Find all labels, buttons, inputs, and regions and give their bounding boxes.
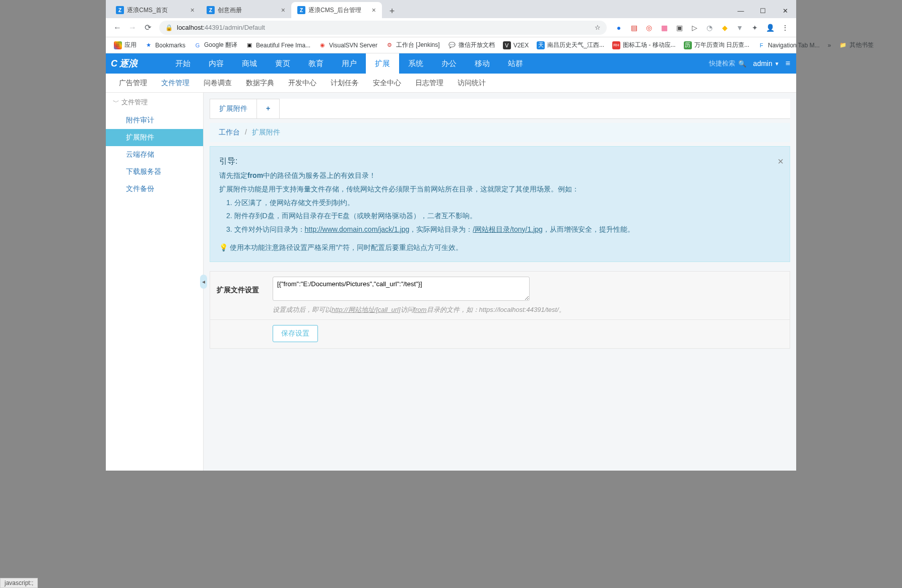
address-bar[interactable]: 🔒 localhost:44391/admin/Default ☆ [159, 21, 607, 35]
new-tab-button[interactable]: + [385, 4, 399, 18]
main-panel: 扩展附件 + 工作台 / 扩展附件 × 引导: 请先指定from中的路径值为服务… [204, 93, 796, 471]
ext-icon[interactable]: ◆ [718, 21, 732, 35]
subnav-ad[interactable]: 广告管理 [112, 79, 154, 88]
subnav-task[interactable]: 计划任务 [324, 79, 366, 88]
app-body: ﹀ 文件管理 附件审计 扩展附件 云端存储 下载服务器 文件备份 ◂ 扩展附件 … [106, 93, 796, 471]
ext-icon[interactable]: ▼ [733, 21, 747, 35]
apps-shortcut[interactable]: ⠿应用 [110, 39, 141, 52]
back-button[interactable]: ← [110, 20, 125, 35]
sidebar-item-backup[interactable]: 文件备份 [106, 180, 203, 198]
close-icon[interactable]: × [281, 6, 285, 14]
star-icon[interactable]: ☆ [595, 24, 601, 31]
subnav-log[interactable]: 日志管理 [408, 79, 450, 88]
favicon-icon: Z [297, 6, 305, 14]
puzzle-icon[interactable]: ✦ [748, 21, 762, 35]
browser-tab-active[interactable]: Z 逐浪CMS_后台管理 × [291, 2, 382, 18]
tab-add-button[interactable]: + [256, 99, 280, 118]
sidebar-collapse-button[interactable]: ◂ [200, 275, 207, 289]
browser-tab[interactable]: Z 创意画册 × [201, 2, 291, 18]
ext-icon[interactable]: ▷ [687, 21, 701, 35]
subnav-file[interactable]: 文件管理 [154, 79, 197, 88]
ext-icon[interactable]: ◔ [702, 21, 717, 35]
menu-icon[interactable]: ⋮ [778, 21, 792, 35]
ext-file-config-input[interactable] [273, 277, 530, 301]
ext-icon[interactable]: ▤ [627, 21, 641, 35]
bookmark-item[interactable]: ⚙工作台 [Jenkins] [381, 39, 444, 52]
browser-tabstrip: Z 逐浪CMS_首页 × Z 创意画册 × Z 逐浪CMS_后台管理 × + —… [106, 0, 796, 18]
bookmark-item[interactable]: VV2EX [499, 39, 533, 52]
bookmark-icon: F [757, 41, 765, 49]
alert-link[interactable]: http://www.domain.com/jack/1.jpg [305, 225, 410, 233]
crumb-home[interactable]: 工作台 [219, 128, 240, 136]
nav-yellow[interactable]: 黄页 [266, 53, 299, 74]
star-icon: ★ [145, 41, 153, 49]
sub-nav: 广告管理 文件管理 问卷调查 数据字典 开发中心 计划任务 安全中心 日志管理 … [106, 74, 796, 93]
bookmark-item[interactable]: FNavigation Tab M... [753, 39, 824, 52]
settings-form: 扩展文件设置 设置成功后，即可以http://网站地址/[call_url]访问… [210, 271, 790, 349]
sidebar-item-ext-attach[interactable]: 扩展附件 [106, 129, 203, 146]
alert-link[interactable]: /网站根目录/tony/1.jpg [473, 225, 543, 233]
nav-edu[interactable]: 教育 [299, 53, 333, 74]
sidebar-item-audit[interactable]: 附件审计 [106, 112, 203, 129]
ext-icon[interactable]: ▣ [672, 21, 686, 35]
subnav-stats[interactable]: 访问统计 [450, 79, 493, 88]
save-button[interactable]: 保存设置 [273, 325, 318, 342]
bookmark-item[interactable]: GGoogle 翻译 [189, 39, 241, 52]
close-icon[interactable]: × [372, 6, 376, 14]
nav-system[interactable]: 系统 [399, 53, 432, 74]
ext-icon[interactable]: ◎ [642, 21, 656, 35]
alert-title: 引导: [219, 154, 781, 169]
hint-link[interactable]: http://网站地址/[call_url] [332, 306, 401, 313]
bookmarks-overflow[interactable]: » [824, 39, 835, 52]
subnav-security[interactable]: 安全中心 [366, 79, 408, 88]
subnav-dev[interactable]: 开发中心 [281, 79, 324, 88]
bookmark-item[interactable]: 💬微信开放文档 [444, 39, 499, 52]
bookmark-item[interactable]: 天南昌历史天气_江西... [533, 39, 608, 52]
alert-line: 1. 分区满了，使网站存储文件受到制约。 [219, 196, 781, 210]
breadcrumb: 工作台 / 扩展附件 [210, 123, 790, 142]
bulb-icon: 💡 [219, 243, 228, 251]
maximize-button[interactable]: ☐ [752, 3, 774, 18]
nav-mobile[interactable]: 移动 [466, 53, 499, 74]
bookmark-item[interactable]: 历万年历查询 日历查... [680, 39, 753, 52]
subnav-survey[interactable]: 问卷调查 [197, 79, 239, 88]
alert-line: 2. 附件存到D盘，而网站目录存在于E盘（或映射网络驱动器），二者互不影响。 [219, 209, 781, 223]
nav-sites[interactable]: 站群 [499, 53, 532, 74]
nav-office[interactable]: 办公 [432, 53, 466, 74]
forward-button[interactable]: → [125, 20, 140, 35]
sidebar-item-download[interactable]: 下载服务器 [106, 163, 203, 180]
sidebar-item-cloud[interactable]: 云端存储 [106, 146, 203, 163]
bookmark-icon: V [503, 41, 511, 49]
profile-icon[interactable]: 👤 [763, 21, 777, 35]
close-icon[interactable]: × [190, 6, 195, 14]
nav-start[interactable]: 开始 [166, 53, 200, 74]
browser-tab[interactable]: Z 逐浪CMS_首页 × [110, 2, 201, 18]
ext-icon[interactable]: ● [612, 21, 626, 35]
reload-button[interactable]: ⟳ [140, 20, 155, 35]
other-bookmarks[interactable]: 📁其他书签 [835, 39, 878, 52]
minimize-button[interactable]: — [730, 3, 752, 18]
user-menu[interactable]: admin▼ [753, 59, 780, 68]
bookmark-item[interactable]: RH图标工场 - 移动应... [608, 39, 680, 52]
nav-user[interactable]: 用户 [333, 53, 366, 74]
subnav-dict[interactable]: 数据字典 [239, 79, 281, 88]
hamburger-icon[interactable]: ≡ [786, 59, 790, 68]
form-label: 扩展文件设置 [210, 272, 266, 319]
ext-icon[interactable]: ▦ [657, 21, 671, 35]
bookmark-item[interactable]: ★Bookmarks [141, 39, 189, 52]
nav-content[interactable]: 内容 [200, 53, 233, 74]
close-window-button[interactable]: ✕ [774, 3, 796, 18]
bookmark-item[interactable]: ▣Beautiful Free Ima... [241, 39, 314, 52]
window-controls: — ☐ ✕ [730, 3, 796, 18]
bookmark-icon: G [194, 41, 202, 49]
alert-close-button[interactable]: × [778, 152, 784, 171]
bookmark-item[interactable]: ◉VisualSVN Server [314, 39, 381, 52]
tab-ext-attach[interactable]: 扩展附件 [210, 99, 257, 118]
logo[interactable]: C逐浪 [106, 53, 166, 74]
quick-search[interactable]: 快捷检索🔍 [709, 59, 746, 68]
lock-icon: 🔒 [165, 24, 173, 31]
nav-mall[interactable]: 商城 [233, 53, 266, 74]
bookmark-icon: RH [612, 41, 620, 49]
sidebar-header[interactable]: ﹀ 文件管理 [106, 93, 203, 112]
nav-extend[interactable]: 扩展 [366, 53, 399, 74]
